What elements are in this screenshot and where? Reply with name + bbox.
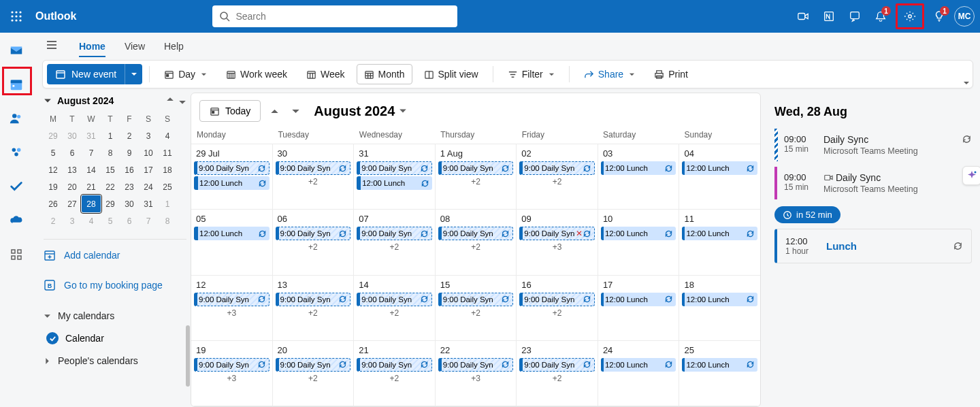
day-cell[interactable]: 099:00Daily Syn✕+3 [517, 210, 598, 274]
mini-day[interactable]: 26 [44, 195, 63, 212]
calendar-event[interactable]: 12:00Lunch [357, 176, 432, 190]
day-cell[interactable]: 29 Jul9:00Daily Syn12:00Lunch [191, 144, 273, 209]
calendar-event[interactable]: 9:00Daily Syn [276, 358, 351, 372]
new-event-dropdown[interactable] [125, 64, 142, 84]
mini-day[interactable]: 10 [139, 144, 158, 161]
calendar-event[interactable]: 9:00Daily Syn [519, 161, 595, 175]
calendar-event[interactable]: 12:00Lunch [682, 161, 757, 175]
mini-day[interactable]: 24 [139, 178, 158, 195]
more-apps-icon[interactable] [5, 244, 27, 265]
more-events[interactable]: +3 [438, 373, 514, 384]
calendar-event[interactable]: 9:00Daily Syn [357, 358, 432, 372]
day-cell[interactable]: 079:00Daily Syn+2 [354, 210, 436, 274]
day-cell[interactable]: 2512:00Lunch [679, 341, 760, 406]
mini-day[interactable]: 31 [82, 127, 101, 144]
mini-day[interactable]: 4 [158, 127, 177, 144]
day-cell[interactable]: 309:00Daily Syn+2 [273, 144, 355, 209]
app-launcher-icon[interactable] [5, 5, 27, 27]
more-events[interactable]: +3 [519, 242, 595, 253]
agenda-event[interactable]: 09:0015 minDaily SyncMicrosoft Teams Mee… [774, 129, 972, 161]
tab-help[interactable]: Help [164, 41, 184, 57]
calendar-event[interactable]: 9:00Daily Syn [194, 161, 270, 175]
mini-day[interactable]: 15 [101, 161, 120, 178]
ribbon-collapse-icon[interactable] [963, 80, 970, 86]
split-view-button[interactable]: Split view [416, 64, 486, 84]
mini-day[interactable]: 21 [82, 178, 101, 195]
nav-scrollbar[interactable] [186, 325, 190, 387]
mini-day[interactable]: 8 [101, 144, 120, 161]
month-view-button[interactable]: Month [357, 64, 412, 84]
mini-day[interactable]: 14 [82, 161, 101, 178]
day-cell[interactable]: 219:00Daily Syn+2 [354, 341, 436, 406]
calendar-event[interactable]: 12:00Lunch [682, 227, 757, 240]
avatar[interactable]: MC [954, 6, 975, 27]
day-cell[interactable]: 129:00Daily Syn+3 [191, 276, 273, 340]
mini-day[interactable]: 30 [120, 195, 139, 212]
calendar-event[interactable]: 9:00Daily Syn [276, 161, 351, 175]
mini-day[interactable]: 7 [139, 212, 158, 229]
calendar-event[interactable]: 12:00Lunch [601, 227, 676, 240]
mini-day[interactable]: 6 [63, 144, 82, 161]
print-button[interactable]: Print [647, 64, 696, 84]
prev-month-icon[interactable] [270, 107, 279, 116]
bell-icon[interactable]: 1 [870, 5, 892, 27]
agenda-event[interactable]: 09:0015 minDaily SyncMicrosoft Teams Mee… [774, 167, 972, 199]
today-button[interactable]: Today [199, 100, 261, 122]
tab-view[interactable]: View [125, 41, 145, 57]
calendar-event[interactable]: 12:00Lunch [682, 293, 757, 306]
day-cell[interactable]: 319:00Daily Syn12:00Lunch [354, 144, 436, 209]
more-events[interactable]: +2 [357, 373, 432, 384]
mini-day[interactable]: 11 [158, 144, 177, 161]
calendar-event[interactable]: 9:00Daily Syn [357, 293, 432, 306]
join-pill[interactable]: in 52 min [774, 206, 840, 223]
mini-day[interactable]: 12 [44, 161, 63, 178]
calendar-checkbox-icon[interactable] [46, 332, 59, 344]
more-events[interactable]: +2 [438, 242, 514, 253]
more-events[interactable]: +2 [357, 242, 432, 253]
day-cell[interactable]: 239:00Daily Syn+2 [517, 341, 598, 406]
filter-button[interactable]: Filter [500, 64, 562, 84]
day-cell[interactable]: 1012:00Lunch [598, 210, 680, 274]
mini-collapse-icon[interactable] [44, 97, 52, 105]
onedrive-icon[interactable] [5, 210, 27, 231]
next-month-icon[interactable] [291, 107, 300, 116]
copilot-sparkle-icon[interactable] [962, 166, 980, 185]
mini-day[interactable]: 6 [120, 212, 139, 229]
more-events[interactable]: +2 [519, 308, 595, 319]
share-button[interactable]: Share [576, 64, 642, 84]
search-box[interactable] [212, 5, 457, 27]
more-events[interactable]: +2 [438, 176, 514, 187]
week-view-button[interactable]: Week [299, 64, 353, 84]
mini-day[interactable]: 7 [82, 144, 101, 161]
more-events[interactable]: +2 [519, 373, 595, 384]
day-cell[interactable]: 1112:00Lunch [679, 210, 760, 274]
onenote-icon[interactable] [818, 5, 840, 27]
mini-day[interactable]: 23 [120, 178, 139, 195]
mini-day[interactable]: 18 [158, 161, 177, 178]
meet-now-icon[interactable] [792, 5, 814, 27]
calendar-event[interactable]: 9:00Daily Syn [357, 227, 432, 240]
day-cell[interactable]: 0412:00Lunch [679, 144, 760, 209]
calendar-event[interactable]: 12:00Lunch [682, 358, 757, 372]
day-cell[interactable]: 199:00Daily Syn+3 [191, 341, 273, 406]
mini-day[interactable]: 1 [101, 127, 120, 144]
more-events[interactable]: +3 [194, 373, 270, 384]
mini-day[interactable]: 3 [63, 212, 82, 229]
settings-icon[interactable] [896, 3, 924, 29]
calendar-item[interactable]: Calendar [44, 328, 186, 348]
day-cell[interactable]: 069:00Daily Syn+2 [273, 210, 355, 274]
calendar-event[interactable]: 12:00Lunch [601, 293, 676, 306]
more-events[interactable]: +2 [357, 308, 432, 319]
calendar-event[interactable]: 9:00Daily Syn [519, 358, 595, 372]
calendar-event[interactable]: 12:00Lunch [601, 358, 676, 372]
groups-icon[interactable] [5, 142, 27, 163]
more-events[interactable]: +2 [276, 308, 351, 319]
mini-day[interactable]: 13 [63, 161, 82, 178]
mini-day[interactable]: 3 [139, 127, 158, 144]
mini-day[interactable]: 5 [44, 144, 63, 161]
mini-day[interactable]: 1 [158, 195, 177, 212]
day-cell[interactable]: 1812:00Lunch [679, 276, 760, 340]
day-cell[interactable]: 029:00Daily Syn+2 [517, 144, 598, 209]
more-events[interactable]: +2 [519, 176, 595, 187]
surface-title[interactable]: August 2024 [314, 103, 407, 119]
